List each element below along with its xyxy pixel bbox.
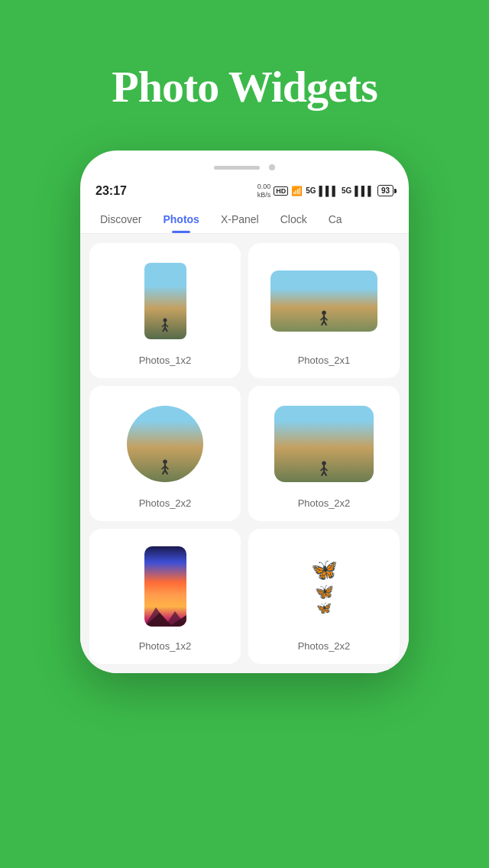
svg-point-18 bbox=[322, 461, 326, 465]
sunset-mountains-svg bbox=[144, 596, 186, 627]
widget-preview-2x1 bbox=[261, 255, 387, 347]
page-title: Photo Widgets bbox=[112, 61, 377, 112]
widget-preview-1x2 bbox=[102, 255, 228, 347]
status-time: 23:17 bbox=[96, 184, 127, 198]
widget-preview-butterfly: 🦋 🦋 🦋 bbox=[261, 541, 387, 633]
widget-card-photos-2x1[interactable]: Photos_2x1 bbox=[248, 243, 400, 378]
widget-card-sunset[interactable]: Photos_1x2 bbox=[89, 529, 241, 664]
butterfly-medium-1: 🦋 bbox=[315, 584, 334, 599]
svg-line-23 bbox=[324, 471, 326, 476]
phone-frame: 23:17 0.00kB/s HD 📶 5G ▌▌▌ 5G ▌▌▌ 93 Dis… bbox=[80, 151, 409, 673]
battery-icon: 93 bbox=[377, 185, 393, 196]
svg-line-5 bbox=[165, 328, 167, 332]
biker-2x2-svg bbox=[318, 461, 330, 478]
status-bar: 23:17 0.00kB/s HD 📶 5G ▌▌▌ 5G ▌▌▌ 93 bbox=[80, 178, 409, 206]
tab-clock[interactable]: Clock bbox=[270, 206, 318, 233]
phone-top-bar bbox=[80, 164, 409, 178]
preview-image-1x2 bbox=[144, 263, 186, 339]
preview-image-2x1 bbox=[270, 270, 377, 332]
biker-2x1-svg bbox=[318, 310, 330, 327]
battery-level: 93 bbox=[381, 186, 390, 195]
svg-point-0 bbox=[164, 318, 167, 322]
svg-point-12 bbox=[163, 459, 167, 464]
butterfly-large-1: 🦋 bbox=[311, 559, 338, 581]
widget-card-photos-2x2-circle[interactable]: Photos_2x2 bbox=[89, 386, 241, 521]
svg-line-11 bbox=[324, 321, 326, 326]
preview-image-2x2 bbox=[274, 406, 374, 482]
widget-label-1x2: Photos_1x2 bbox=[139, 355, 192, 366]
widget-label-sunset: Photos_1x2 bbox=[139, 640, 192, 652]
butterfly-group: 🦋 🦋 🦋 bbox=[311, 541, 338, 633]
biker-svg bbox=[160, 318, 170, 333]
svg-line-17 bbox=[165, 470, 167, 474]
widget-card-butterfly[interactable]: 🦋 🦋 🦋 Photos_2x2 bbox=[248, 529, 400, 664]
wifi-icon: 📶 bbox=[291, 186, 303, 196]
widget-label-butterfly: Photos_2x2 bbox=[298, 640, 351, 652]
signal-5g-2-icon: 5G bbox=[342, 186, 351, 195]
tab-photos[interactable]: Photos bbox=[152, 206, 209, 233]
phone-dot bbox=[269, 164, 275, 170]
status-icons: 0.00kB/s HD 📶 5G ▌▌▌ 5G ▌▌▌ 93 bbox=[257, 183, 393, 199]
data-speed-indicator: 0.00kB/s bbox=[257, 183, 271, 199]
nav-tabs: Discover Photos X-Panel Clock Ca bbox=[80, 206, 409, 234]
tab-discover[interactable]: Discover bbox=[89, 206, 152, 233]
butterfly-small-1: 🦋 bbox=[316, 602, 332, 614]
widget-card-photos-2x2-rounded[interactable]: Photos_2x2 bbox=[248, 386, 400, 521]
preview-image-circle bbox=[127, 406, 203, 482]
signal-bars-1-icon: ▌▌▌ bbox=[319, 186, 339, 196]
biker-circle-svg bbox=[159, 459, 171, 476]
widget-preview-2x2 bbox=[261, 398, 387, 490]
hd-icon: HD bbox=[274, 186, 288, 196]
signal-bars-2-icon: ▌▌▌ bbox=[355, 186, 374, 196]
tab-xpanel[interactable]: X-Panel bbox=[210, 206, 270, 233]
widget-card-photos-1x2[interactable]: Photos_1x2 bbox=[89, 243, 241, 378]
widget-grid: Photos_1x2 Photos_2x1 bbox=[80, 234, 409, 673]
widget-label-2x2-rounded: Photos_2x2 bbox=[298, 497, 351, 509]
preview-image-sunset bbox=[144, 546, 186, 627]
tab-ca[interactable]: Ca bbox=[318, 206, 353, 233]
widget-preview-sunset bbox=[102, 541, 228, 633]
phone-pill bbox=[214, 166, 260, 170]
signal-5g-1-icon: 5G bbox=[306, 186, 316, 195]
widget-preview-circle bbox=[102, 398, 228, 490]
svg-point-6 bbox=[322, 310, 326, 315]
widget-label-2x1: Photos_2x1 bbox=[298, 355, 351, 366]
widget-label-2x2-circle: Photos_2x2 bbox=[139, 497, 192, 509]
